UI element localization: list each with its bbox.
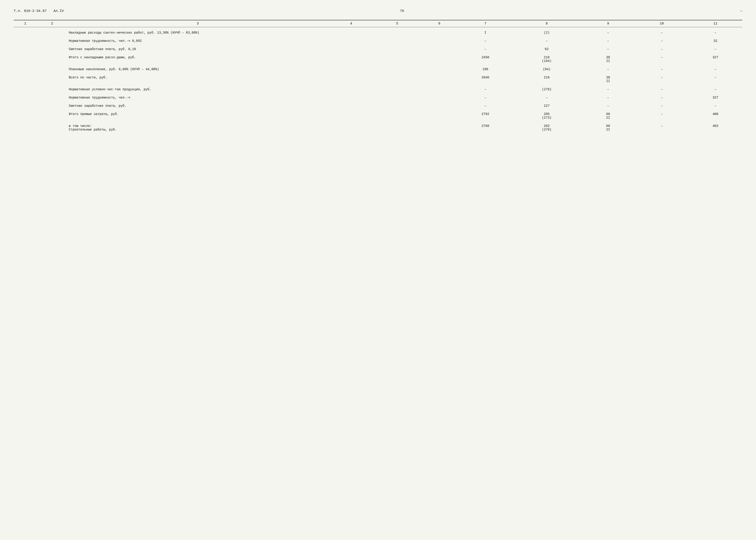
table-row: Плановые накопления, руб. 8,00% (НУЧП – …	[14, 67, 742, 72]
col-header-7: 7	[459, 20, 512, 27]
table-row: в том числе:Строительные работы, руб.276…	[14, 123, 742, 132]
table-row: Сметная заработная плата, руб.–227–––	[14, 103, 742, 109]
corner-mark: —	[740, 9, 742, 13]
col-header-9: 9	[581, 20, 635, 27]
column-header-row: 1 2 3 4 5 6 7 8 9 10 11	[14, 20, 742, 27]
header-right: —	[740, 9, 742, 13]
doc-appendix: Ал.IV	[54, 9, 64, 13]
table-row: Нормативная трудоемкость, чел.-ч––––327	[14, 95, 742, 100]
page-number: 76	[400, 9, 404, 13]
col-header-6: 6	[420, 20, 459, 27]
table-row: Нормативная трудоемкость, чел.-ч 0,092––…	[14, 38, 742, 44]
main-table: 1 2 3 4 5 6 7 8 9 10 11 Накладные расход…	[14, 20, 742, 132]
table-row: Сметная заработная плата, руб. 0,18–62––…	[14, 47, 742, 52]
table-row: Итого прямые затраты, руб.2792205(273)68…	[14, 111, 742, 120]
col-header-1: 1	[14, 20, 37, 27]
header-center: 76	[64, 9, 740, 13]
col-header-4: 4	[328, 20, 374, 27]
table-row: Накладные расходы сантех-нических работ,…	[14, 30, 742, 36]
col-header-8: 8	[512, 20, 581, 27]
col-header-3: 3	[67, 20, 328, 27]
header-left: Т.п. 816-2-34.87 Ал.IV	[14, 9, 64, 13]
table-row: Нормативная условно-чис-тая продукция, р…	[14, 87, 742, 92]
page-header: Т.п. 816-2-34.87 Ал.IV 76 —	[14, 9, 742, 13]
col-header-11: 11	[689, 20, 742, 27]
table-row: Итого с накладными расхо-дами, руб.24502…	[14, 55, 742, 64]
col-header-5: 5	[374, 20, 420, 27]
col-header-10: 10	[635, 20, 689, 27]
col-header-2: 2	[37, 20, 67, 27]
doc-ref: Т.п. 816-2-34.87	[14, 9, 47, 13]
table-row: Всего по части, руб.264621638II––	[14, 75, 742, 84]
